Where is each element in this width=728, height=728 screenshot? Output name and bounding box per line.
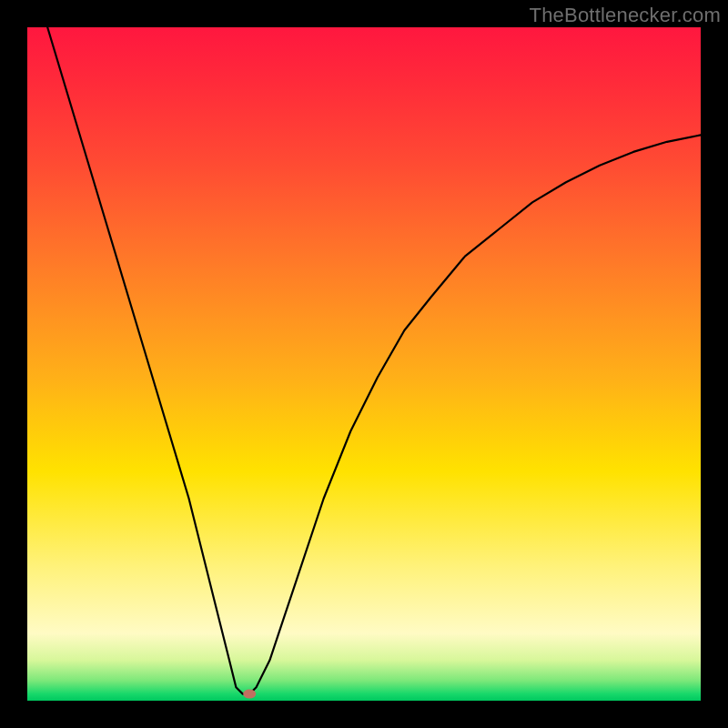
chart-frame: TheBottlenecker.com <box>0 0 728 728</box>
bottleneck-curve <box>47 27 701 694</box>
curve-svg <box>27 27 701 701</box>
plot-area <box>27 27 701 701</box>
min-marker <box>243 690 256 699</box>
watermark-text: TheBottlenecker.com <box>530 4 721 27</box>
